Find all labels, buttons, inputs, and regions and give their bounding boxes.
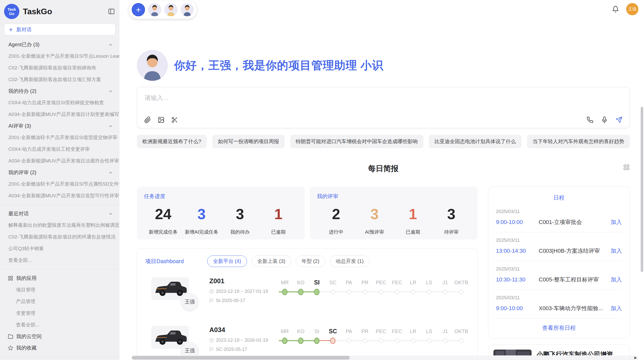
greeting-text: 你好，王强，我是你的项目管理助理 小识 <box>174 58 383 73</box>
topbar-right: 王强 <box>612 3 638 15</box>
dashboard-tab-3[interactable]: 年型 (2) <box>296 256 325 267</box>
layout-grid-icon[interactable] <box>623 164 630 171</box>
stat-我的待办: 3我的待办 <box>221 206 259 235</box>
suggestion-chip[interactable]: 特朗普可能对进口汽车增税会对中国车企造成哪些影响 <box>290 135 423 148</box>
suggestion-chip[interactable]: 如何写一份清晰的项目周报 <box>212 135 285 148</box>
milestone-sc: SC <box>325 278 341 297</box>
sidebar-task-item[interactable]: C02-飞腾新能源轻客改款项目立项汇报方案 <box>0 74 120 85</box>
member-avatar[interactable] <box>181 3 194 16</box>
recent-view-all-link[interactable]: 查看全部... <box>0 254 120 266</box>
dashboard-tab-2[interactable]: 全新上装 (3) <box>252 256 291 267</box>
schedule-time: 13:00-14:30 <box>496 248 539 254</box>
chevron-up-icon <box>108 89 113 94</box>
schedule-time: 9:00-10:00 <box>496 305 539 312</box>
app-sub-item[interactable]: 变更管理 <box>0 307 120 319</box>
stat-label: 新增完成任务 <box>144 229 182 235</box>
milestone-timeline: MRKOSISCPAPRPECFECLRLSJ1OKTB <box>277 326 469 346</box>
sidebar-item-favorites[interactable]: 我的收藏 <box>0 342 120 354</box>
recent-conversation-item[interactable]: C02-飞腾新能源轻客改款项目的闭环通告反馈情况 <box>0 231 120 243</box>
member-avatar[interactable] <box>164 3 178 16</box>
stat-card-title: 任务进度 <box>144 193 298 200</box>
suggestion-chip[interactable]: 当下年轻人对汽车外观有怎样的喜好趋势 <box>527 135 630 148</box>
microphone-icon[interactable] <box>601 116 608 123</box>
apps-view-all-link[interactable]: 查看全部... <box>0 319 120 331</box>
milestone-node <box>347 290 351 294</box>
sidebar-section-header[interactable]: 我的评审 (2) <box>0 167 120 178</box>
app-sub-item[interactable]: 项目管理 <box>0 284 120 296</box>
sidebar-task-item[interactable]: Z001-全新燃油轻卡产品开发项目SI节点属性5D文件评审 <box>0 178 120 190</box>
daily-brief-header: 每日简报 <box>137 163 630 174</box>
dashboard-title: 项目Dashboard <box>145 258 184 265</box>
schedule-date: 2025/03/11 <box>496 237 622 243</box>
sidebar-task-item[interactable]: Z001-全新燃油轻卡产品开发项目SI造型提交物评审 <box>0 132 120 143</box>
sidebar-task-item[interactable]: Z001-全新燃油皮卡产品开发项目SI节点Lesson Learn报告 <box>0 50 120 62</box>
milestone-node <box>379 338 383 343</box>
dashboard-tab-4[interactable]: 动总开发 (1) <box>330 256 370 267</box>
horizontal-scrollbar[interactable]: ▶ <box>132 355 638 360</box>
send-icon[interactable] <box>616 116 622 123</box>
stat-label: 已逾期 <box>394 229 432 235</box>
plus-icon: + <box>9 26 13 33</box>
project-dashboard-card: 项目Dashboard 全新平台 (4)全新上装 (3)年型 (2)动总开发 (… <box>137 248 478 360</box>
member-avatar[interactable] <box>148 3 161 16</box>
view-all-schedule-link[interactable]: 查看所有日程 <box>496 324 622 332</box>
sidebar-task-item[interactable]: C0X4-动力总成开发项目工程变更评审 <box>0 143 120 155</box>
sidebar-section-header[interactable]: AI评审 (3) <box>0 120 120 132</box>
new-chat-button[interactable]: + 新对话 <box>4 24 115 35</box>
project-flag-milestone: SI-2025-05-17 <box>209 298 269 303</box>
recent-conversation-item[interactable]: 解释最新出台的欧盟报废车法规再生塑料比例被调至15%... <box>0 219 120 231</box>
stat-新增完成任务: 24新增完成任务 <box>144 206 182 235</box>
milestone-label: OKTB <box>453 278 469 287</box>
sidebar-task-item[interactable]: C02-飞腾新能源轻客改款项目里程碑画布 <box>0 62 120 74</box>
flag-icon <box>209 298 214 303</box>
milestone-label: LR <box>405 278 421 287</box>
sidebar-collapse-icon[interactable] <box>108 8 115 15</box>
voice-call-icon[interactable] <box>587 116 593 123</box>
join-meeting-link[interactable]: 加入 <box>611 218 622 226</box>
milestone-label: SI <box>309 327 325 336</box>
user-avatar[interactable]: 王强 <box>626 3 638 15</box>
sidebar-section-header[interactable]: Agent已办 (3) <box>0 39 120 50</box>
horizontal-scrollbar-thumb[interactable] <box>132 356 350 359</box>
screenshot-scissors-icon[interactable] <box>171 116 178 123</box>
stat-value: 3 <box>432 206 471 222</box>
scroll-right-arrow[interactable]: ▶ <box>634 356 637 359</box>
logo-text-top: Task <box>7 7 16 11</box>
dashboard-tab-1[interactable]: 全新平台 (4) <box>207 256 247 267</box>
sidebar-task-item[interactable]: A034-全新新能源MUV产品开发项目法规符合性评审 <box>0 155 120 167</box>
image-upload-icon[interactable] <box>158 116 165 123</box>
sidebar-item-my-apps[interactable]: 我的应用 <box>0 273 120 284</box>
notification-bell-icon[interactable] <box>612 6 619 13</box>
join-meeting-link[interactable]: 加入 <box>611 305 622 312</box>
project-row[interactable]: 王强A0342023-12-19 ~ 2026-01-19SC-2025-05-… <box>145 326 469 360</box>
add-member-button[interactable]: + <box>132 3 145 16</box>
attachment-icon[interactable] <box>144 116 151 123</box>
chat-input[interactable] <box>144 93 623 111</box>
milestone-label: PR <box>357 278 373 287</box>
sidebar-section-header-recent[interactable]: 最近对话 <box>0 208 120 219</box>
suggestion-chip[interactable]: 欧洲新规最近颁布了什么? <box>137 135 207 148</box>
vertical-scrollbar-thumb[interactable] <box>641 107 643 272</box>
sidebar-task-item[interactable]: C0X4-动力总成开发项目SI里程碑提交物检查 <box>0 97 120 109</box>
schedule-date: 2025/03/11 <box>496 209 622 214</box>
milestone-mr: MR <box>277 327 293 346</box>
main-area: + 王强 你好，王强， <box>120 0 644 360</box>
join-meeting-link[interactable]: 加入 <box>611 247 622 255</box>
milestone-ko: KO <box>293 327 309 346</box>
date-range-text: 2023-12-19 ~ 2026-01-19 <box>216 338 268 343</box>
app-sub-item[interactable]: 产品管理 <box>0 296 120 307</box>
stat-已逾期: 1已逾期 <box>259 206 298 235</box>
stat-label: 我的待办 <box>221 229 259 235</box>
recent-conversation-item[interactable]: 公司Q3轻卡销量 <box>0 243 120 254</box>
sidebar-section-header[interactable]: 我的待办 (2) <box>0 85 120 97</box>
app-title: TaskGo <box>23 7 108 16</box>
sidebar-task-item[interactable]: A034-全新新能源MUV产品开发项目计划变更表编写 <box>0 109 120 120</box>
milestone-pr: PR <box>357 327 373 346</box>
project-row[interactable]: 王强Z0012023-12-19 ~ 2027-01-19SI-2025-05-… <box>145 277 469 316</box>
suggestion-chip[interactable]: 比亚迪全固态电池计划具体说了什么 <box>429 135 521 148</box>
milestone-pec: PEC <box>373 278 389 297</box>
join-meeting-link[interactable]: 加入 <box>611 276 622 283</box>
sidebar-task-item[interactable]: A034-全新新能源MUV产品开发项目造型可行性评审 <box>0 190 120 202</box>
project-media: 王强 <box>151 277 189 300</box>
sidebar-item-cloud-space[interactable]: 我的云空间 <box>0 331 120 342</box>
